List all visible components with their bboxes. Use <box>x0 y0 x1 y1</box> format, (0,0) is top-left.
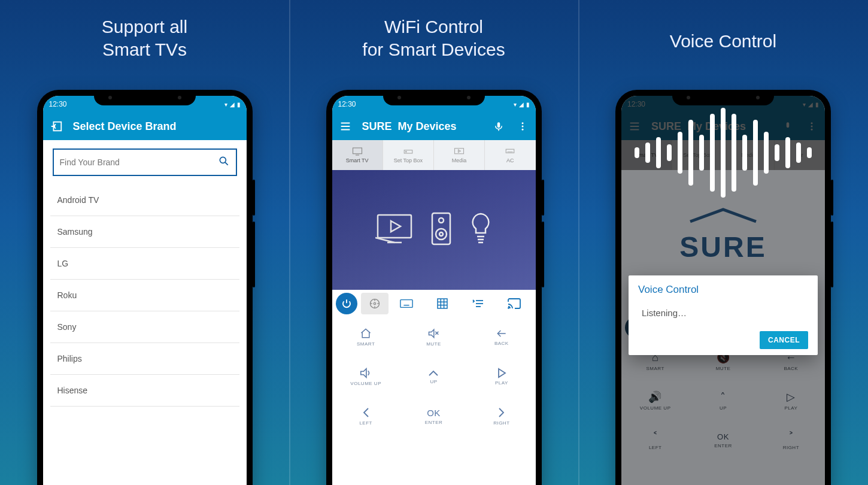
button-label: BACK <box>494 341 509 346</box>
button-label: MUTE <box>426 341 441 347</box>
enter-button[interactable]: OK ENTER <box>400 396 468 436</box>
app-bar: SURE My Devices <box>332 113 536 140</box>
panel-heading: Support all Smart TVs <box>0 0 289 60</box>
list-item[interactable]: Samsung <box>50 216 239 248</box>
svg-point-9 <box>521 122 523 124</box>
battery-icon: ▮ <box>237 101 241 108</box>
svg-rect-12 <box>353 148 362 154</box>
svg-rect-7 <box>497 122 500 128</box>
app-name-label: SURE <box>362 120 392 133</box>
heading-line: for Smart Devices <box>289 38 578 61</box>
svg-marker-56 <box>499 369 505 377</box>
svg-marker-17 <box>459 150 461 153</box>
left-button[interactable]: LEFT <box>332 396 400 436</box>
smart-button[interactable]: SMART <box>332 317 400 357</box>
signal-icon: ◢ <box>230 101 235 108</box>
tab-label: Smart TV <box>346 157 369 163</box>
mute-button[interactable]: MUTE <box>400 317 468 357</box>
status-time: 12:30 <box>338 100 356 108</box>
back-icon[interactable] <box>45 116 67 137</box>
mode-row <box>332 290 536 317</box>
wifi-icon: ▾ <box>514 101 517 108</box>
dialog-title: Voice Control <box>638 284 808 296</box>
status-time: 12:30 <box>49 100 67 108</box>
volume-up-button[interactable]: VOLUME UP <box>332 357 400 396</box>
mic-icon[interactable] <box>488 116 509 137</box>
heading-line: Support all <box>0 16 289 38</box>
panel-wifi-control: WiFi Control for Smart Devices 12:30 ▾ ◢… <box>289 0 578 485</box>
svg-point-2 <box>220 157 226 163</box>
voice-control-dialog: Voice Control Listening… CANCEL <box>629 275 818 355</box>
bulb-icon <box>469 211 493 248</box>
tab-ac[interactable]: AC <box>485 140 535 170</box>
right-button[interactable]: RIGHT <box>468 396 535 436</box>
tab-smart-tv[interactable]: Smart TV <box>332 140 383 170</box>
svg-rect-38 <box>400 300 412 308</box>
dpad-mode-button[interactable] <box>361 293 389 314</box>
app-bar: Select Device Brand <box>43 113 247 140</box>
svg-line-3 <box>225 162 228 165</box>
appbar-title: My Devices <box>398 120 457 133</box>
up-button[interactable]: UP <box>400 357 468 396</box>
phone-screen: 12:30 ▾ ◢ ▮ Select Device Brand <box>43 96 247 485</box>
button-label: LEFT <box>359 420 372 426</box>
panel-heading: WiFi Control for Smart Devices <box>289 0 578 60</box>
tab-media[interactable]: Media <box>434 140 485 170</box>
button-label: PLAY <box>495 380 508 386</box>
list-item[interactable]: Sony <box>50 311 239 343</box>
tab-label: AC <box>506 157 514 163</box>
search-container <box>43 140 247 184</box>
tab-set-top-box[interactable]: Set Top Box <box>383 140 434 170</box>
tv-play-icon <box>375 213 414 247</box>
hero-image <box>332 170 536 290</box>
panel-heading: Voice Control <box>578 0 868 53</box>
phone-mockup: 12:30 ▾ ◢ ▮ SURE My Devices <box>326 90 542 485</box>
appbar-title: Select Device Brand <box>73 120 177 133</box>
phone-notch <box>383 90 485 105</box>
svg-rect-16 <box>455 148 464 154</box>
power-button[interactable] <box>336 293 357 314</box>
status-icons: ▾ ◢ ▮ <box>514 101 530 108</box>
svg-point-25 <box>439 218 444 223</box>
tab-label: Media <box>452 157 467 163</box>
waveform-icon <box>635 108 812 198</box>
cast-mode-button[interactable] <box>500 293 528 314</box>
svg-point-11 <box>521 129 523 131</box>
grid-mode-button[interactable] <box>429 293 456 314</box>
button-label: VOLUME UP <box>350 381 381 386</box>
cancel-button[interactable]: CANCEL <box>760 331 808 349</box>
svg-point-26 <box>436 229 447 240</box>
button-label: RIGHT <box>493 420 509 426</box>
category-tabs: Smart TV Set Top Box Media AC <box>332 140 536 170</box>
search-input[interactable] <box>53 148 237 176</box>
battery-icon: ▮ <box>526 101 530 108</box>
status-icons: ▾ ◢ ▮ <box>224 101 241 108</box>
svg-rect-18 <box>506 149 515 153</box>
list-item[interactable]: Hisense <box>50 375 239 407</box>
list-mode-button[interactable] <box>465 293 492 314</box>
list-item[interactable]: Android TV <box>50 184 239 216</box>
phone-notch <box>94 90 196 105</box>
svg-marker-55 <box>361 369 366 378</box>
play-button[interactable]: PLAY <box>468 357 535 396</box>
search-field[interactable] <box>60 157 218 167</box>
phone-notch <box>672 90 774 105</box>
list-item[interactable]: Roku <box>50 280 239 311</box>
svg-point-15 <box>405 151 406 153</box>
search-icon[interactable] <box>218 155 230 169</box>
svg-rect-24 <box>432 213 450 244</box>
panel-smart-tvs: Support all Smart TVs 12:30 ▾ ◢ ▮ Select… <box>0 0 289 485</box>
keyboard-mode-button[interactable] <box>393 293 420 314</box>
list-item[interactable]: LG <box>50 248 239 280</box>
button-label: UP <box>430 379 437 384</box>
back-button[interactable]: BACK <box>468 317 535 357</box>
overflow-icon[interactable] <box>512 116 533 137</box>
panel-voice-control: Voice Control 12:30 ▾◢▮ SURE My Devices <box>578 0 868 485</box>
button-label: ENTER <box>425 420 443 425</box>
list-item[interactable]: Philips <box>50 343 239 375</box>
phone-mockup: 12:30 ▾ ◢ ▮ Select Device Brand <box>37 90 253 485</box>
heading-line: Smart TVs <box>0 38 289 61</box>
svg-rect-20 <box>378 215 411 238</box>
brand-list: Android TV Samsung LG Roku Sony Philips … <box>43 184 247 407</box>
hamburger-icon[interactable] <box>335 116 356 137</box>
